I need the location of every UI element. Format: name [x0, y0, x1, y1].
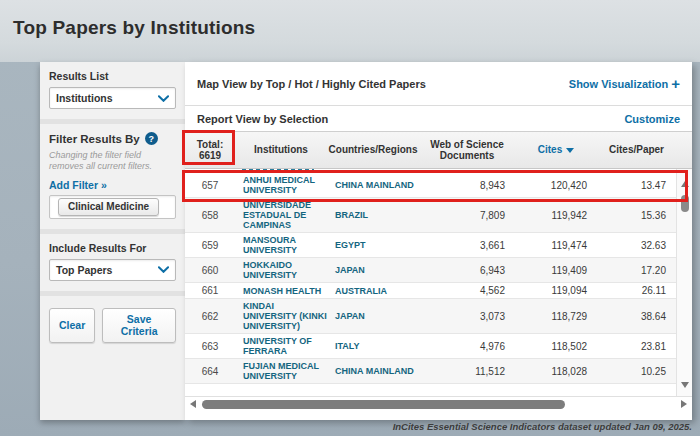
rank-cell: 661	[185, 285, 235, 296]
table-header: Total: 6619 Institutions Countries/Regio…	[185, 131, 692, 169]
table-row[interactable]: 662 KINDAI UNIVERSITY (KINKI UNIVERSITY)…	[185, 299, 676, 334]
page-title: Top Papers by Institutions	[13, 17, 255, 39]
total-label: Total:	[185, 139, 235, 151]
col-header-docs[interactable]: Web of Science Documents	[419, 139, 515, 162]
horizontal-scroll-track[interactable]	[200, 400, 677, 409]
rank-cell: 663	[185, 341, 235, 352]
cites-paper-cell: 10.25	[597, 366, 676, 377]
cites-cell: 120,420	[515, 180, 597, 191]
scroll-up-icon[interactable]	[681, 181, 689, 187]
dataset-update-note: InCites Essential Science Indicators dat…	[393, 421, 692, 432]
customize-link[interactable]: Customize	[624, 113, 680, 125]
sort-desc-icon	[566, 148, 574, 153]
cites-cell: 118,028	[515, 366, 597, 377]
country-link[interactable]: JAPAN	[327, 311, 419, 321]
cites-paper-cell: 38.64	[597, 311, 676, 322]
plus-icon: +	[671, 78, 680, 89]
docs-cell: 11,512	[419, 366, 515, 377]
cites-paper-cell: 13.47	[597, 180, 676, 191]
show-visualization-label: Show Visualization	[569, 78, 668, 90]
table-row[interactable]: 664 FUJIAN MEDICAL UNIVERSITY CHINA MAIN…	[185, 359, 676, 384]
cites-cell: 118,502	[515, 341, 597, 352]
docs-cell: 3,661	[419, 240, 515, 251]
sidebar: Results List Institutions Filter Results…	[40, 62, 185, 420]
cites-cell: 118,729	[515, 311, 597, 322]
filter-heading: Filter Results By	[49, 133, 140, 145]
scroll-down-icon[interactable]	[681, 382, 689, 388]
horizontal-scrollbar[interactable]	[185, 396, 692, 411]
rank-cell: 658	[185, 210, 235, 221]
cites-paper-cell: 23.81	[597, 341, 676, 352]
table-body: 657 ANHUI MEDICAL UNIVERSITY CHINA MAINL…	[185, 169, 676, 396]
table-row[interactable]: 661 MONASH HEALTH AUSTRALIA 4,562 119,09…	[185, 283, 676, 299]
map-view-bar: Map View by Top / Hot / Highly Cited Pap…	[185, 62, 692, 106]
country-link[interactable]: CHINA MAINLAND	[327, 180, 419, 190]
clipped-previous-row	[185, 169, 676, 173]
table-row[interactable]: 658 UNIVERSIDADE ESTADUAL DE CAMPINAS BR…	[185, 198, 676, 233]
clipped-text-fragment	[242, 169, 314, 172]
vertical-scroll-thumb[interactable]	[681, 195, 689, 212]
country-link[interactable]: BRAZIL	[327, 210, 419, 220]
cites-cell: 119,094	[515, 285, 597, 296]
scroll-right-icon[interactable]	[681, 400, 687, 408]
cites-cell: 119,942	[515, 210, 597, 221]
filter-section: Filter Results By ? Changing the filter …	[40, 124, 185, 234]
add-filter-link[interactable]: Add Filter »	[49, 179, 176, 191]
results-list-label: Results List	[49, 70, 176, 82]
cites-paper-cell: 26.11	[597, 285, 676, 296]
table-row[interactable]: 659 MANSOURA UNIVERSITY EGYPT 3,661 119,…	[185, 233, 676, 258]
col-header-cites[interactable]: Cites	[515, 144, 597, 156]
sidebar-buttons-section: Clear Save Criteria	[40, 296, 185, 353]
clear-button[interactable]: Clear	[49, 308, 95, 343]
help-icon[interactable]: ?	[145, 132, 158, 145]
filter-note: Changing the filter field removes all cu…	[49, 150, 176, 173]
docs-cell: 7,809	[419, 210, 515, 221]
include-results-label: Include Results For	[49, 242, 176, 254]
institution-link[interactable]: KINDAI UNIVERSITY (KINKI UNIVERSITY)	[235, 301, 327, 331]
rank-cell: 662	[185, 311, 235, 322]
col-header-countries[interactable]: Countries/Regions	[327, 144, 419, 156]
table-row[interactable]: 657 ANHUI MEDICAL UNIVERSITY CHINA MAINL…	[185, 173, 676, 198]
rank-cell: 664	[185, 366, 235, 377]
institution-link[interactable]: MONASH HEALTH	[235, 286, 327, 296]
vertical-scrollbar[interactable]	[676, 169, 692, 396]
rank-cell: 659	[185, 240, 235, 251]
scroll-left-icon[interactable]	[190, 400, 196, 408]
institution-link[interactable]: FUJIAN MEDICAL UNIVERSITY	[235, 361, 327, 381]
main-panel: Map View by Top / Hot / Highly Cited Pap…	[185, 62, 692, 420]
save-criteria-button[interactable]: Save Criteria	[102, 308, 176, 343]
cites-paper-cell: 17.20	[597, 265, 676, 276]
show-visualization-link[interactable]: Show Visualization +	[569, 78, 680, 90]
country-link[interactable]: CHINA MAINLAND	[327, 366, 419, 376]
include-results-select[interactable]: Top Papers	[49, 259, 176, 281]
institution-link[interactable]: ANHUI MEDICAL UNIVERSITY	[235, 175, 327, 195]
docs-cell: 6,943	[419, 265, 515, 276]
chevron-down-icon	[158, 95, 169, 102]
institution-link[interactable]: UNIVERSIDADE ESTADUAL DE CAMPINAS	[235, 200, 327, 230]
country-link[interactable]: ITALY	[327, 341, 419, 351]
col-header-institutions[interactable]: Institutions	[235, 144, 327, 156]
cites-cell: 119,474	[515, 240, 597, 251]
country-link[interactable]: EGYPT	[327, 240, 419, 250]
report-view-label: Report View by Selection	[197, 113, 328, 125]
col-header-cites-paper[interactable]: Cites/Paper	[597, 144, 676, 156]
docs-cell: 3,073	[419, 311, 515, 322]
institution-link[interactable]: HOKKAIDO UNIVERSITY	[235, 260, 327, 280]
include-results-section: Include Results For Top Papers	[40, 234, 185, 296]
filter-field[interactable]: Clinical Medicine	[49, 195, 176, 219]
rank-cell: 657	[185, 180, 235, 191]
chevron-down-icon	[158, 266, 169, 273]
cites-header-label: Cites	[538, 144, 562, 156]
country-link[interactable]: JAPAN	[327, 265, 419, 275]
docs-cell: 8,943	[419, 180, 515, 191]
report-view-bar: Report View by Selection Customize	[185, 106, 692, 131]
results-list-select[interactable]: Institutions	[49, 87, 176, 109]
country-link[interactable]: AUSTRALIA	[327, 286, 419, 296]
table-row[interactable]: 660 HOKKAIDO UNIVERSITY JAPAN 6,943 119,…	[185, 258, 676, 283]
institution-link[interactable]: UNIVERSITY OF FERRARA	[235, 336, 327, 356]
active-filter-tag[interactable]: Clinical Medicine	[58, 198, 159, 216]
horizontal-scroll-thumb[interactable]	[202, 400, 565, 409]
results-list-section: Results List Institutions	[40, 62, 185, 124]
table-row[interactable]: 663 UNIVERSITY OF FERRARA ITALY 4,976 11…	[185, 334, 676, 359]
institution-link[interactable]: MANSOURA UNIVERSITY	[235, 235, 327, 255]
